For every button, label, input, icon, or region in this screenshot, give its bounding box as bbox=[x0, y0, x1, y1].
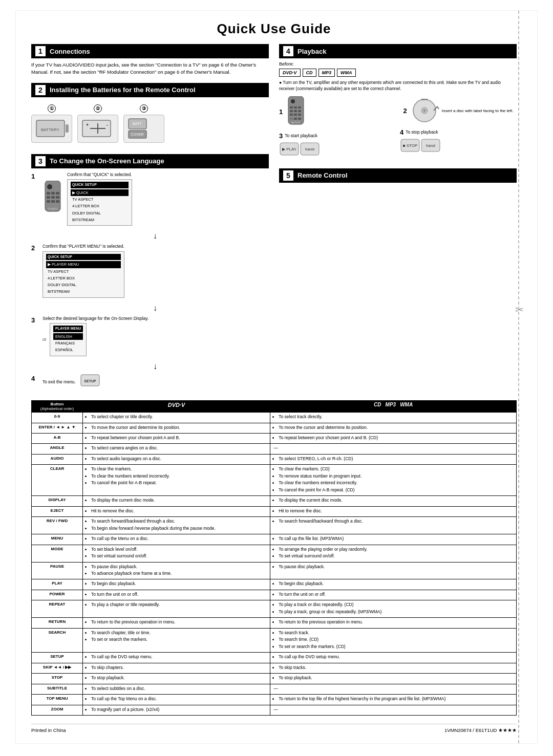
table-cell-cd: To move the cursor and determine its pos… bbox=[270, 423, 517, 433]
svg-text:-: - bbox=[107, 122, 108, 127]
dvd-bullet-item: To search chapter, title or time. bbox=[91, 630, 267, 636]
col-wma-label: WMA bbox=[400, 402, 413, 407]
col-button-sublabel: (Alphabetical order) bbox=[34, 406, 80, 411]
lang-step-3-info: Select the desired language for the On-S… bbox=[42, 315, 148, 356]
dvd-bullet-item: To begin slow forward /reverse playback … bbox=[91, 526, 267, 531]
stop-button-svg: ■ STOP hand bbox=[400, 138, 441, 153]
section5-header: 5 Remote Control bbox=[279, 168, 517, 183]
lang-step-num-4: 4 bbox=[31, 374, 38, 384]
table-row: REV / FWDTo search forward/backward thro… bbox=[32, 517, 517, 534]
dvd-bullet-item: To magnify part of a picture. (x2/x4) bbox=[91, 707, 267, 712]
menu-item-5: TV ASPECT bbox=[46, 268, 121, 275]
svg-text:label: label bbox=[421, 98, 428, 101]
button-label: PLAY bbox=[34, 581, 80, 586]
battery-img-3: BATT COVER bbox=[123, 115, 164, 143]
svg-rect-16 bbox=[56, 192, 59, 195]
battery-img-1: BATTERY bbox=[31, 115, 72, 143]
dvd-bullet-list: To turn the unit on or off. bbox=[86, 592, 267, 597]
play-button-svg: ▶ PLAY hand bbox=[279, 142, 320, 156]
svg-text:+: + bbox=[86, 122, 89, 127]
table-cell-button: CLEAR bbox=[32, 465, 83, 496]
play-step-3-row: 3 To start playback bbox=[279, 132, 396, 140]
cd-bullet-item: To repeat between your chosen point A an… bbox=[279, 435, 513, 441]
table-cell-button: RETURN bbox=[32, 618, 83, 628]
section3-header: 3 To Change the On-Screen Language bbox=[31, 154, 269, 168]
button-label: PAUSE bbox=[34, 564, 80, 569]
table-cell-cd: — bbox=[270, 705, 517, 715]
table-cell-dvd: To return to the previous operation in m… bbox=[83, 618, 270, 628]
dvd-bullet-list: To play a chapter or title repeatedly. bbox=[86, 602, 267, 608]
table-cell-cd: To select STEREO, L-ch or R-ch. (CD) bbox=[270, 454, 517, 464]
footer-right: 1VMN20874 / E61T1UD ★★★★ bbox=[444, 727, 517, 733]
cd-bullet-item: To cancel the point for A-B repeat. (CD) bbox=[279, 487, 513, 493]
dvd-bullet-list: To select chapter or title directly. bbox=[86, 414, 267, 420]
svg-rect-35 bbox=[294, 114, 297, 116]
cd-bullet-list: To select track directly. bbox=[273, 414, 513, 420]
button-label: POWER bbox=[34, 592, 80, 596]
button-label: REPEAT bbox=[34, 602, 80, 607]
cd-bullet-item: To clear the numbers entered incorrectly… bbox=[279, 480, 513, 486]
step-circle-2: ② bbox=[94, 104, 102, 113]
dvd-bullet-list: To search forward/backward through a dis… bbox=[86, 519, 267, 531]
button-label: SETUP bbox=[34, 654, 80, 659]
section1-body: If your TV has AUDIO/VIDEO input jacks, … bbox=[31, 61, 269, 76]
table-row: POWERTo turn the unit on or off.To turn … bbox=[32, 590, 517, 600]
before-text: ● Turn on the TV, amplifier and any othe… bbox=[279, 80, 517, 92]
svg-text:POWER: POWER bbox=[48, 207, 58, 210]
remote-play-icon: ▶ PLAY bbox=[286, 96, 306, 128]
lang-step-4-content: To exit the menu. SETUP bbox=[42, 374, 100, 392]
col-cd-icons: CD MP3 WMA bbox=[273, 402, 514, 407]
cd-bullet-item: To return to the top file of the highest… bbox=[279, 696, 513, 702]
cd-bullet-list: To search forward/backward through a dis… bbox=[273, 519, 513, 524]
lang-espanol: ESPAÑOL bbox=[53, 347, 83, 353]
cd-bullet-item: Hit to remove the disc. bbox=[279, 508, 513, 514]
cd-bullet-list: To search track.To search time. (CD)To s… bbox=[273, 630, 513, 650]
dvd-bullet-list: To call up the Menu on a disc. bbox=[86, 536, 267, 542]
cd-bullet-item: To call up the DVD setup menu. bbox=[279, 654, 513, 660]
dvd-bullet-list: To set black level on/off.To set virtual… bbox=[86, 547, 267, 559]
section-playback: 4 Playback Before: DVD·V CD MP3 WMA ● Tu… bbox=[279, 44, 517, 161]
disc-mp3: MP3 bbox=[318, 69, 335, 77]
svg-rect-21 bbox=[51, 200, 55, 203]
table-cell-cd: Hit to remove the disc. bbox=[270, 506, 517, 516]
right-column: 4 Playback Before: DVD·V CD MP3 WMA ● Tu… bbox=[279, 44, 517, 398]
table-row: SEARCHTo search chapter, title or time.T… bbox=[32, 628, 517, 652]
table-cell-dvd: To select chapter or title directly. bbox=[83, 413, 270, 423]
button-label: ANGLE bbox=[34, 445, 80, 450]
cd-bullet-item: To display the current disc mode. bbox=[279, 498, 513, 503]
menu-selected-2: ▶ PLAYER MENU bbox=[46, 261, 121, 268]
svg-text:BATT: BATT bbox=[133, 122, 142, 125]
play-step-4-row: 4 To stop playback bbox=[400, 128, 517, 136]
dvd-bullet-item: To return to the previous operation in m… bbox=[91, 619, 267, 625]
playback-right: 2 label bbox=[400, 96, 517, 154]
lang-step-num-2: 2 bbox=[31, 243, 38, 253]
svg-rect-39 bbox=[298, 118, 301, 120]
svg-rect-38 bbox=[294, 118, 297, 120]
button-label: SKIP ◄◄ / ▶▶ bbox=[34, 665, 80, 669]
play-step-3: 3 To start playback ▶ PLAY hand bbox=[279, 132, 396, 157]
button-label: REV / FWD bbox=[34, 519, 80, 523]
cd-bullet-item: To search time. (CD) bbox=[279, 637, 513, 642]
cd-bullet-item: To return to the previous operation in m… bbox=[279, 619, 513, 625]
lang-step-2: 2 Confirm that "PLAYER MENU" is selected… bbox=[31, 243, 269, 298]
table-cell-cd: To skip tracks. bbox=[270, 663, 517, 673]
section2-number: 2 bbox=[35, 85, 46, 95]
playback-layout: 1 bbox=[279, 96, 517, 161]
dvd-bullet-item: To play a chapter or title repeatedly. bbox=[91, 602, 267, 608]
svg-rect-28 bbox=[290, 106, 293, 109]
battery-img-2: + - bbox=[77, 115, 118, 143]
table-cell-cd: To begin disc playback. bbox=[270, 579, 517, 590]
table-cell-dvd: To skip chapters. bbox=[83, 663, 270, 673]
table-cell-dvd: To play a chapter or title repeatedly. bbox=[83, 600, 270, 618]
table-row: ZOOMTo magnify part of a picture. (x2/x4… bbox=[32, 705, 517, 715]
col-cd-header: CD MP3 WMA bbox=[270, 401, 517, 413]
section-connections: 1 Connections If your TV has AUDIO/VIDEO… bbox=[31, 44, 269, 76]
insert-disc-svg: label bbox=[409, 96, 440, 124]
lang-step-3: 3 Select the desired language for the On… bbox=[31, 315, 269, 356]
svg-text:hand: hand bbox=[426, 143, 435, 148]
table-row: MENUTo call up the Menu on a disc.To cal… bbox=[32, 534, 517, 545]
cd-bullet-list: To pause disc playback. bbox=[273, 564, 513, 570]
section4-title: Playback bbox=[297, 48, 326, 55]
cd-bullet-item: To select track directly. bbox=[279, 414, 513, 420]
footer-left: Printed in China bbox=[31, 727, 66, 733]
